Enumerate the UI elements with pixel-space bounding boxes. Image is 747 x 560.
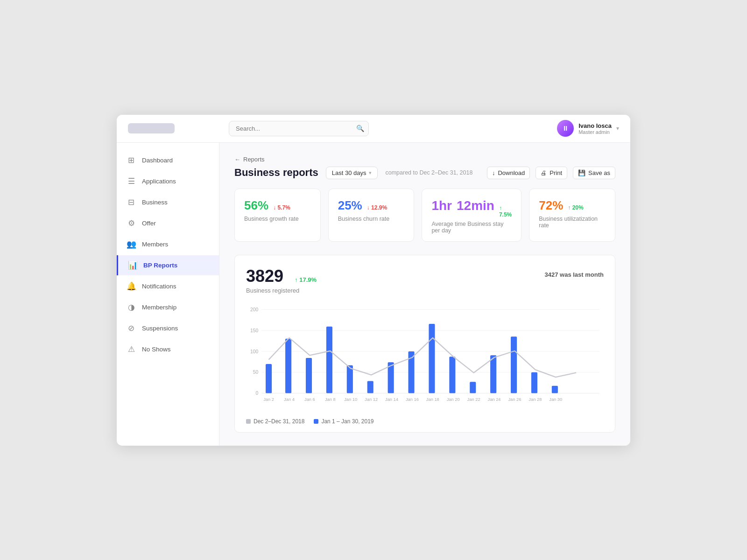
notifications-icon: 🔔 [126, 281, 136, 291]
applications-icon: ☰ [126, 176, 136, 186]
kpi-change: ↑ 7.5% [499, 205, 512, 218]
kpi-change: ↑ 20% [568, 204, 583, 211]
kpi-hr: 1hr [431, 198, 452, 213]
sidebar-item-offer[interactable]: ⚙ Offer [117, 213, 219, 233]
svg-text:150: 150 [250, 328, 258, 333]
kpi-change: ↓ 5.7% [273, 204, 290, 211]
svg-text:Jan 22: Jan 22 [467, 397, 480, 402]
sidebar-label: Membership [142, 304, 176, 311]
back-link[interactable]: ← Reports [234, 156, 615, 163]
kpi-change: ↓ 12.9% [367, 204, 387, 211]
logo-area [128, 123, 221, 133]
sidebar-label: Members [142, 241, 168, 248]
sidebar-item-dashboard[interactable]: ⊞ Dashboard [117, 150, 219, 170]
svg-rect-15 [367, 381, 374, 393]
svg-rect-12 [306, 357, 312, 393]
kpi-min: 12min [457, 198, 494, 213]
page-header: Business reports Last 30 days ▾ compared… [234, 167, 615, 179]
date-selector[interactable]: Last 30 days ▾ [326, 167, 378, 179]
legend-dot-gray [246, 419, 251, 424]
sidebar-label: Suspensions [142, 325, 178, 332]
sidebar-item-membership[interactable]: ◑ Membership [117, 297, 219, 317]
download-button[interactable]: ↓ Download [487, 167, 530, 179]
sidebar-item-suspensions[interactable]: ⊘ Suspensions [117, 318, 219, 338]
kpi-label: Average time Business stay per day [431, 221, 512, 234]
sidebar-label: Business [142, 199, 168, 206]
user-area[interactable]: II Ivano Iosca Master admin ▾ [557, 120, 619, 137]
sidebar-item-notifications[interactable]: 🔔 Notifications [117, 276, 219, 296]
kpi-value: 25% [338, 198, 362, 213]
kpi-card-growth: 56% ↓ 5.7% Business growth rate [234, 189, 321, 242]
svg-text:Jan 18: Jan 18 [426, 397, 439, 402]
svg-text:Jan 28: Jan 28 [529, 397, 542, 402]
legend-item-curr: Jan 1 – Jan 30, 2019 [314, 418, 374, 425]
svg-rect-18 [429, 324, 435, 393]
svg-text:Jan 14: Jan 14 [385, 397, 398, 402]
sidebar-label: Dashboard [142, 157, 173, 164]
kpi-row: 56% ↓ 5.7% Business growth rate 25% ↓ 12… [234, 189, 615, 242]
breadcrumb: Reports [243, 156, 265, 163]
svg-text:Jan 8: Jan 8 [325, 397, 336, 402]
kpi-label: Business utilizatization rate [539, 216, 606, 229]
user-name: Ivano Iosca [578, 122, 612, 129]
sidebar-item-bp-reports[interactable]: 📊 BP Reports [117, 255, 219, 275]
svg-text:Jan 24: Jan 24 [488, 397, 501, 402]
chart-section: 3829 ↑ 17.9% Business registered 3427 wa… [234, 255, 615, 433]
body: ⊞ Dashboard ☰ Applications ⊟ Business ⚙ … [117, 143, 630, 446]
sidebar-item-applications[interactable]: ☰ Applications [117, 171, 219, 191]
svg-text:0: 0 [255, 391, 258, 396]
chevron-down-icon: ▾ [616, 125, 619, 132]
sidebar-item-members[interactable]: 👥 Members [117, 234, 219, 254]
svg-text:Jan 26: Jan 26 [508, 397, 521, 402]
compared-text: compared to Dec 2–Dec 31, 2018 [385, 169, 479, 176]
members-icon: 👥 [126, 239, 136, 249]
no-shows-icon: ⚠ [126, 344, 136, 354]
chart-header: 3829 ↑ 17.9% Business registered 3427 wa… [246, 266, 604, 294]
save-icon: 💾 [578, 169, 585, 176]
chart-area: 200 150 100 50 0 [246, 301, 604, 413]
chart-sub-label: Business registered [246, 287, 317, 294]
svg-rect-11 [285, 338, 291, 393]
user-role: Master admin [578, 129, 612, 135]
save-as-button[interactable]: 💾 Save as [573, 167, 615, 179]
search-bar[interactable]: 🔍 [229, 121, 369, 136]
svg-text:Jan 12: Jan 12 [365, 397, 378, 402]
kpi-value: 56% [244, 198, 268, 213]
download-icon: ↓ [492, 169, 495, 176]
chart-last-month: 3427 was last month [545, 271, 604, 278]
svg-text:200: 200 [250, 307, 258, 312]
date-range-label: Last 30 days [332, 169, 366, 176]
legend-item-prev: Dec 2–Dec 31, 2018 [246, 418, 304, 425]
search-input[interactable] [229, 121, 369, 136]
svg-text:100: 100 [250, 349, 258, 354]
sidebar-label: No Shows [142, 346, 171, 353]
kpi-time-value: 1hr 12min [431, 198, 494, 213]
svg-rect-13 [326, 326, 332, 393]
business-icon: ⊟ [126, 197, 136, 207]
search-icon: 🔍 [356, 125, 364, 132]
svg-text:Jan 30: Jan 30 [549, 397, 562, 402]
svg-text:Jan 4: Jan 4 [284, 397, 295, 402]
sidebar-label: Applications [142, 178, 176, 185]
kpi-card-avg-time: 1hr 12min ↑ 7.5% Average time Business s… [422, 189, 521, 242]
svg-rect-14 [347, 365, 353, 393]
sidebar-item-no-shows[interactable]: ⚠ No Shows [117, 339, 219, 359]
svg-rect-23 [531, 372, 537, 393]
kpi-value: 72% [539, 198, 563, 213]
chart-svg: 200 150 100 50 0 [246, 301, 604, 413]
sidebar-item-business[interactable]: ⊟ Business [117, 192, 219, 212]
sidebar-label: Offer [142, 220, 156, 227]
svg-rect-22 [511, 336, 517, 393]
sidebar-label: Notifications [142, 283, 176, 290]
kpi-card-utilization: 72% ↑ 20% Business utilizatization rate [529, 189, 615, 242]
svg-text:Jan 20: Jan 20 [447, 397, 460, 402]
back-arrow-icon: ← [234, 156, 240, 163]
print-button[interactable]: 🖨 Print [536, 167, 567, 179]
svg-text:Jan 6: Jan 6 [304, 397, 315, 402]
avatar: II [557, 120, 574, 137]
legend-dot-blue [314, 419, 318, 424]
svg-text:Jan 10: Jan 10 [344, 397, 357, 402]
bp-reports-icon: 📊 [127, 260, 138, 270]
chart-growth: ↑ 17.9% [295, 276, 317, 283]
svg-rect-10 [266, 364, 272, 393]
